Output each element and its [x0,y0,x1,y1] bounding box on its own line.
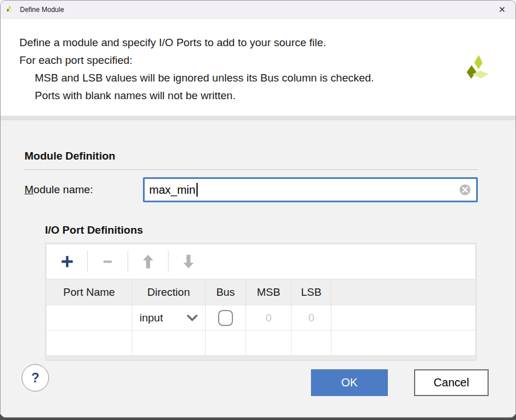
vivado-logo [463,47,499,91]
column-header-bus: Bus [206,280,246,305]
instruction-line: Ports with blank names will not be writt… [19,87,515,104]
dialog-header: Define a module and specify I/O Ports to… [1,19,515,116]
lsb-cell[interactable] [292,331,331,355]
row-spacer-cell [331,331,475,355]
direction-value: input [140,312,163,324]
column-header-msb: MSB [246,280,292,305]
ports-toolbar [47,244,475,279]
column-header-lsb: LSB [292,280,331,305]
move-port-down-button[interactable] [178,250,199,273]
direction-dropdown[interactable]: input [132,305,206,330]
arrow-down-icon [183,254,194,269]
io-ports-panel: Port Name Direction Bus MSB LSB input 0 … [45,243,477,361]
plus-icon [60,254,75,269]
close-icon[interactable]: ✕ [489,1,515,18]
titlebar[interactable]: Define Module ✕ [1,1,515,19]
msb-cell[interactable]: 0 [246,305,292,330]
instructions: Define a module and specify I/O Ports to… [1,19,515,104]
instruction-line: Define a module and specify I/O Ports to… [19,34,515,51]
cancel-button[interactable]: Cancel [414,369,489,396]
toolbar-separator [87,251,88,272]
text-caret [196,183,198,197]
screen-background: Define Module ✕ Define a module and spec… [0,0,516,420]
chevron-down-icon [187,315,198,321]
section-rule [24,169,478,170]
port-name-cell[interactable] [47,331,132,355]
clear-input-icon[interactable] [459,184,471,196]
module-definition-title: Module Definition [24,150,115,162]
remove-port-button[interactable] [97,250,118,273]
instruction-line: MSB and LSB values will be ignored unles… [19,69,515,87]
instruction-line: For each port specified: [19,51,515,69]
port-row-empty [47,330,475,355]
dialog-body: Module Definition Module name: max_min I… [1,120,515,417]
column-header-spacer [331,280,475,305]
module-name-label: Module name: [24,184,143,196]
move-port-up-button[interactable] [138,250,158,273]
define-module-dialog: Define Module ✕ Define a module and spec… [0,0,516,418]
header-divider [1,116,515,120]
ok-button[interactable]: OK [311,369,388,396]
module-name-row: Module name: max_min [24,177,478,202]
toolbar-separator [128,251,128,272]
help-button[interactable]: ? [22,364,49,392]
ports-table-header: Port Name Direction Bus MSB LSB [47,280,475,305]
add-port-button[interactable] [57,250,77,273]
bus-checkbox[interactable] [218,310,233,326]
direction-cell[interactable] [132,331,206,355]
module-name-value: max_min [149,184,195,197]
msb-cell[interactable] [246,331,292,355]
lsb-cell[interactable]: 0 [292,305,331,330]
bus-cell [206,305,246,330]
column-header-port-name: Port Name [47,280,132,305]
port-row: input 0 0 [47,305,475,330]
vivado-logo-icon [6,5,15,14]
bus-cell[interactable] [206,331,246,355]
row-spacer-cell [331,305,475,330]
toolbar-separator [168,251,169,272]
arrow-up-icon [142,254,154,269]
port-name-cell[interactable] [47,305,132,330]
module-name-input[interactable]: max_min [143,177,478,202]
window-title: Define Module [20,6,64,14]
io-port-definitions-title: I/O Port Definitions [45,224,143,236]
minus-icon [101,255,114,268]
column-header-direction: Direction [132,280,206,305]
